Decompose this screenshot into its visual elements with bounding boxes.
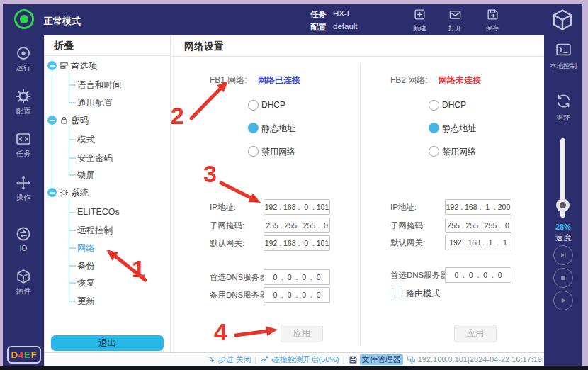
nav-config[interactable]: [3, 88, 44, 108]
nav-task-label: 任务: [3, 149, 44, 159]
lock-icon: [60, 116, 69, 125]
fb1-radio-disable[interactable]: [248, 146, 259, 157]
fb1-mask-input[interactable]: 255 . 255 . 255 . 0: [264, 218, 330, 233]
fb1-ip-input[interactable]: 192 . 168 . 0 . 101: [264, 199, 330, 215]
fb2-radio-static[interactable]: [429, 123, 439, 133]
save-button-label: 保存: [476, 24, 509, 33]
play-button[interactable]: [553, 291, 573, 310]
tree-item-remote-control[interactable]: 远程控制: [77, 225, 113, 236]
open-icon: [448, 8, 462, 21]
fb1-radio-dhcp-label[interactable]: DHCP: [261, 100, 285, 110]
tree-item-mode[interactable]: 模式: [77, 134, 95, 145]
move-arrows-icon: [15, 174, 32, 191]
terminal-icon: [555, 41, 572, 59]
status-bar: 步进 关闭 | 碰撞检测开启(50%) | 文件管理器 192.168.0.10…: [45, 352, 544, 366]
fb1-radio-static-label[interactable]: 静态地址: [261, 123, 295, 135]
left-nav-rail: 运行 配置 任务 操作 IO 插件 D4EF: [3, 35, 44, 366]
run-icon: [15, 45, 32, 62]
tree-item-language-time[interactable]: 语言和时间: [77, 79, 122, 91]
save-icon: [486, 8, 499, 21]
fb1-radio-disable-label[interactable]: 禁用网络: [261, 146, 295, 158]
tree-item-update[interactable]: 更新: [77, 296, 95, 307]
fb2-route-mode-checkbox[interactable]: [392, 288, 402, 298]
open-button[interactable]: 打开: [439, 6, 471, 35]
collapse-toggle-preferences[interactable]: [47, 61, 57, 70]
tree-group-system[interactable]: 系统: [71, 187, 89, 198]
loop-mode-button[interactable]: [544, 92, 582, 113]
tree-group-preferences[interactable]: 首选项: [71, 60, 98, 72]
tree-item-restore[interactable]: 恢复: [77, 277, 95, 288]
mode-status-icon: [14, 9, 34, 29]
fb2-dns1-input[interactable]: 0 . 0 . 0 . 0: [445, 267, 511, 283]
collision-detect-status[interactable]: 碰撞检测开启(50%): [260, 354, 339, 365]
fb2-gateway-input[interactable]: 192 . 168 . 1 . 1: [445, 235, 511, 250]
tree-item-general-config[interactable]: 通用配置: [77, 97, 113, 108]
local-control-button[interactable]: [544, 41, 582, 62]
fb1-gateway-input[interactable]: 192 . 168 . 0 . 101: [264, 235, 330, 251]
tree-item-safety-password[interactable]: 安全密码: [77, 152, 113, 164]
nav-task[interactable]: [3, 130, 44, 150]
fb1-dns1-input[interactable]: 0 . 0 . 0 . 0: [264, 269, 330, 285]
tree-item-backup[interactable]: 备份: [77, 260, 95, 271]
brand-logo-icon: [550, 7, 575, 33]
fb2-gateway-label: 默认网关:: [390, 237, 425, 248]
cube-icon: [15, 268, 32, 285]
play-icon: [558, 296, 568, 305]
fb2-radio-dhcp[interactable]: [429, 100, 439, 111]
new-button[interactable]: 新建: [403, 6, 436, 35]
fb2-ip-input[interactable]: 192 . 168 . 1 . 200: [445, 199, 511, 215]
fb2-radio-disable[interactable]: [429, 146, 439, 157]
speed-slider-thumb[interactable]: [556, 198, 570, 212]
fb1-radio-dhcp[interactable]: [248, 100, 259, 111]
fb1-dns2-label: 备用DNS服务器:: [210, 290, 270, 301]
tree-group-password[interactable]: 密码: [71, 115, 89, 126]
fb1-gateway-label: 默认网关:: [210, 238, 244, 249]
fb1-apply-button[interactable]: 应用: [281, 325, 323, 342]
fb1-status: 网络已连接: [258, 74, 300, 86]
exit-button[interactable]: 退出: [51, 335, 164, 351]
file-manager-button[interactable]: 文件管理器: [349, 354, 403, 365]
task-label: 任务: [310, 9, 327, 20]
step-mode-text: 步进 关闭: [218, 354, 251, 365]
fb1-radio-static[interactable]: [248, 123, 259, 133]
collapse-toggle-password[interactable]: [47, 116, 57, 125]
fb2-mask-input[interactable]: 255 . 255 . 255 . 0: [445, 218, 511, 233]
fb2-radio-dhcp-label[interactable]: DHCP: [442, 100, 466, 110]
code-icon: [15, 130, 32, 147]
step-mode-status[interactable]: 步进 关闭: [207, 354, 251, 365]
io-icon: [15, 225, 32, 242]
fb2-route-mode-label[interactable]: 路由模式: [406, 288, 440, 300]
fb2-radio-disable-label[interactable]: 禁用网络: [442, 146, 476, 158]
step-forward-button[interactable]: [553, 245, 573, 265]
collision-icon: [260, 355, 269, 364]
fb2-radio-static-label[interactable]: 静态地址: [442, 123, 476, 135]
tree-item-lock-screen[interactable]: 锁屏: [77, 169, 95, 181]
nav-operate[interactable]: [3, 174, 44, 194]
fb2-status: 网络未连接: [439, 74, 481, 86]
nav-run[interactable]: [3, 45, 44, 65]
tree-collapse-header[interactable]: 折叠: [54, 40, 74, 52]
fb1-ip-label: IP地址:: [210, 202, 236, 213]
stop-button[interactable]: [553, 268, 573, 288]
nav-run-label: 运行: [3, 63, 44, 73]
loop-icon: [555, 92, 572, 110]
nav-plugin[interactable]: [3, 268, 44, 288]
divider: [45, 55, 170, 56]
fb2-apply-button[interactable]: 应用: [454, 325, 497, 342]
collapse-toggle-system[interactable]: [47, 188, 57, 197]
nav-io[interactable]: [3, 225, 44, 245]
gear-icon: [15, 88, 32, 105]
tree-item-elitecos[interactable]: ELITECOs: [77, 207, 120, 218]
loop-label: 循环: [544, 113, 582, 123]
nav-io-label: IO: [3, 244, 44, 252]
ip-datetime-status: 192.168.0.101|2024-04-22 16:17:19: [407, 355, 542, 364]
preferences-icon: [60, 61, 69, 70]
step-forward-icon: [558, 250, 568, 260]
fb1-dns2-input[interactable]: 0 . 0 . 0 . 0: [264, 287, 330, 303]
top-bar: 正常模式 任务 HX-L 配置 default 新建 打开 保存: [3, 4, 582, 35]
save-button[interactable]: 保存: [476, 6, 509, 35]
column-divider: [360, 64, 361, 346]
safety-code-badge[interactable]: D4EF: [7, 346, 41, 364]
tree-item-network[interactable]: 网络: [77, 242, 95, 254]
badge-char: E: [24, 349, 31, 360]
